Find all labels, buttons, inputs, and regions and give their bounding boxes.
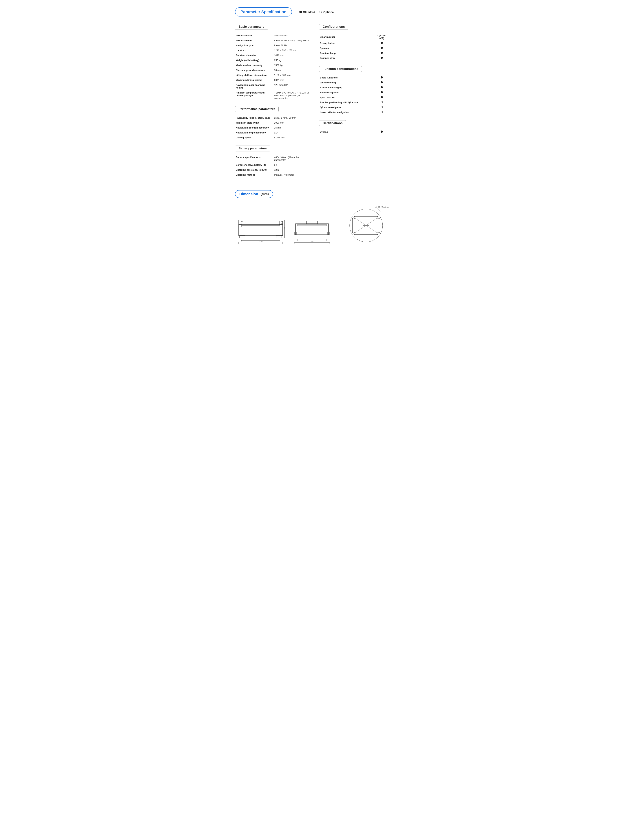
performance-params-section: Performance parameters Passability (slop… [235,106,312,140]
param-value: TEMP: 0°C to 50°C / RH: 10% to 90%, no c… [273,90,312,101]
svg-line-55 [380,211,381,212]
table-row: Passability (slope / step / gap)≤5% / 5 … [235,115,312,120]
param-value: 250 kg [273,58,312,63]
standard-dot [381,52,383,54]
dimension-header: Dimension (mm) [235,190,389,198]
param-value: 6 h [273,162,312,167]
table-row: Maximum lifting height60±1 mm [235,77,312,83]
param-value: 60±1 mm [273,77,312,83]
svg-point-52 [368,227,368,227]
configurations-table: Lidar number1 (H1)+1 (C2)E-stop buttonSp… [319,33,389,60]
param-value: ≤1.67 m/s [273,135,312,140]
performance-params-table: Passability (slope / step / gap)≤5% / 5 … [235,115,312,140]
param-value: SJV-SW1500 [273,33,312,38]
param-label: Navigation type [235,43,273,48]
param-label: Navigation laser scanning height [235,83,273,90]
param-value: ≤2 h [273,167,312,172]
svg-line-54 [377,208,380,211]
configurations-section: Configurations Lidar number1 (H1)+1 (C2)… [319,24,389,60]
certifications-title: Certifications [319,120,346,126]
config-indicator: 1 (H1)+1 (C2) [374,33,389,41]
param-value: Laser SLAM Rotary Lifting Robot [273,38,312,43]
param-label: Maximum lifting height [235,77,273,83]
param-value: 123 mm (H1) [273,83,312,90]
table-row: Minimum aisle width1000 mm [235,120,312,125]
configurations-title: Configurations [319,24,348,30]
table-row: Ambient temperature and humidity rangeTE… [235,90,312,101]
table-row: Driving speed≤1.67 m/s [235,135,312,140]
func-indicator [374,105,389,110]
dimension-section: Dimension (mm) [235,190,389,244]
rotation-view-diagram: φ1412（Rotating diameter） [338,203,389,244]
svg-point-46 [377,217,378,219]
front-view-diagram: 280 245 1180 1210 [235,214,286,244]
param-label: Driving speed [235,135,273,140]
table-row: Charging time (10% to 80%)≤2 h [235,167,312,172]
config-label: Lidar number [319,33,374,41]
battery-params-table: Battery specifications48 V / 40 Ah (lith… [235,155,312,177]
optional-dot [381,111,383,113]
performance-params-title: Performance parameters [235,106,279,112]
dimension-title-box: Dimension (mm) [235,190,273,198]
table-row: Bumper strip [319,55,389,60]
param-value: Manual / Automatic [273,172,312,177]
table-row: Battery specifications48 V / 40 Ah (lith… [235,155,312,162]
param-label: Comprehensive battery life [235,162,273,167]
param-label: Navigation angle accuracy [235,130,273,135]
table-row: Speaker [319,46,389,51]
func-indicator [374,75,389,80]
svg-rect-0 [239,225,283,236]
basic-params-title: Basic parameters [235,24,268,30]
table-row: Navigation laser scanning height123 mm (… [235,83,312,90]
battery-params-title: Battery parameters [235,146,270,151]
page-title: Parameter Specification [241,9,287,14]
cert-indicator [374,129,389,134]
svg-text:860: 860 [310,240,313,242]
param-label: Navigation position accuracy [235,125,273,130]
function-configs-section: Function configurations Basic functionsW… [319,66,389,115]
header-section: Parameter Specification Standard Optiona… [235,7,389,17]
table-row: Laser reflector navigation [319,110,389,115]
param-label: Battery specifications [235,155,273,162]
function-configs-table: Basic functionsWi-Fi roamingAutomatic ch… [319,75,389,115]
svg-point-7 [244,222,245,223]
right-column: Configurations Lidar number1 (H1)+1 (C2)… [319,24,389,183]
standard-icon [299,11,302,13]
svg-point-48 [377,232,378,233]
config-label: E-stop button [319,41,374,46]
standard-dot [381,42,383,44]
func-indicator [374,90,389,95]
table-row: Wi-Fi roaming [319,80,389,85]
legend-optional: Optional [320,11,335,14]
func-label: Precise positioning with QR code [319,100,374,105]
param-value: 1210 x 892 x 280 mm [273,48,312,53]
svg-point-47 [354,232,355,233]
standard-dot [381,131,383,133]
param-label: Lifting platform dimensions [235,72,273,77]
param-label: Ambient temperature and humidity range [235,90,273,101]
svg-rect-27 [306,221,318,223]
basic-params-table: Product modelSJV-SW1500Product nameLaser… [235,33,312,101]
config-label: Bumper strip [319,55,374,60]
func-label: Laser reflector navigation [319,110,374,115]
table-row: Product nameLaser SLAM Rotary Lifting Ro… [235,38,312,43]
param-value: 1000 mm [273,120,312,125]
table-row: L x W x H1210 x 892 x 280 mm [235,48,312,53]
config-label: Speaker [319,46,374,51]
svg-rect-9 [281,222,283,223]
svg-point-50 [368,223,368,224]
svg-text:245: 245 [284,227,285,230]
func-label: Wi-Fi roaming [319,80,374,85]
header-title-box: Parameter Specification [235,7,292,17]
func-label: Spin function [319,95,374,100]
table-row: Lifting platform dimensions1180 x 860 mm [235,72,312,77]
dimension-title: Dimension [239,192,258,196]
standard-dot [381,76,383,79]
table-row: Basic functions [319,75,389,80]
front-view-svg: 280 245 1180 1210 [235,214,286,244]
param-label: Product model [235,33,273,38]
svg-point-49 [364,223,365,224]
func-indicator [374,110,389,115]
table-row: Charging methodManual / Automatic [235,172,312,177]
param-value: 1500 kg [273,63,312,68]
